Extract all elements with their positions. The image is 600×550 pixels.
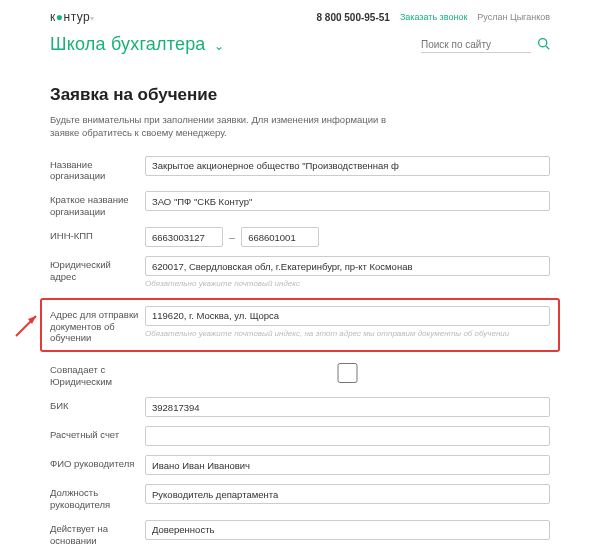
label-inn: ИНН-КПП	[50, 227, 145, 242]
input-short-name[interactable]	[145, 191, 550, 211]
search-box	[421, 37, 550, 53]
annotation-arrow-icon	[12, 310, 42, 340]
svg-point-0	[539, 38, 547, 46]
search-icon[interactable]	[537, 37, 550, 53]
label-org-name: Название организации	[50, 156, 145, 183]
input-doc-addr[interactable]	[145, 306, 550, 326]
input-inn[interactable]	[145, 227, 223, 247]
input-legal-addr[interactable]	[145, 256, 550, 276]
label-doc-addr: Адрес для отправки документов об обучени…	[50, 306, 145, 345]
hint-legal-addr: Обязательно укажите почтовый индекс	[145, 279, 550, 289]
input-bik[interactable]	[145, 397, 550, 417]
label-same-as: Совпадает с Юридическим	[50, 361, 145, 388]
label-position: Должность руководителя	[50, 484, 145, 511]
label-basis: Действует на основании	[50, 520, 145, 547]
logo[interactable]: к●нтур▾	[50, 10, 95, 24]
input-director[interactable]	[145, 455, 550, 475]
input-account[interactable]	[145, 426, 550, 446]
school-title-text: Школа бухгалтера	[50, 34, 206, 54]
dash: –	[229, 231, 235, 243]
label-short-name: Краткое название организации	[50, 191, 145, 218]
label-bik: БИК	[50, 397, 145, 412]
hint-doc-addr: Обязательно укажите почтовый индекс, на …	[145, 329, 550, 339]
input-position[interactable]	[145, 484, 550, 504]
checkbox-same-as[interactable]	[145, 363, 550, 383]
page-title: Заявка на обучение	[50, 85, 550, 105]
label-legal-addr: Юридический адрес	[50, 256, 145, 283]
school-title[interactable]: Школа бухгалтера ⌄	[50, 34, 224, 55]
page-intro: Будьте внимательны при заполнении заявки…	[50, 113, 410, 140]
chevron-down-icon: ⌄	[214, 39, 224, 53]
header-phone: 8 800 500-95-51	[316, 12, 389, 23]
input-basis[interactable]	[145, 520, 550, 540]
user-name[interactable]: Руслан Цыганков	[477, 12, 550, 22]
highlighted-section: Адрес для отправки документов об обучени…	[40, 298, 560, 353]
label-director: ФИО руководителя	[50, 455, 145, 470]
label-account: Расчетный счет	[50, 426, 145, 441]
input-org-name[interactable]	[145, 156, 550, 176]
input-kpp[interactable]	[241, 227, 319, 247]
call-link[interactable]: Заказать звонок	[400, 12, 467, 22]
svg-line-1	[546, 45, 549, 48]
search-input[interactable]	[421, 37, 531, 53]
